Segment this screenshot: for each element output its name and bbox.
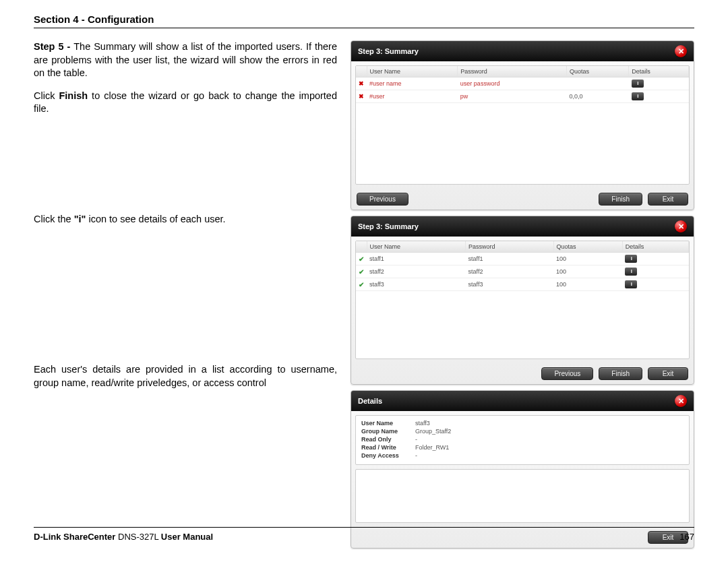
summary-panel-ok: Step 3: Summary ✕ User Name Password Quo… xyxy=(351,216,694,385)
right-column: Step 3: Summary ✕ User Name Password Quo… xyxy=(351,40,694,554)
panel2-title: Step 3: Summary xyxy=(358,222,419,230)
finish-button[interactable]: Finish xyxy=(599,193,642,206)
details-value: Folder_RW1 xyxy=(415,444,449,451)
col-username: User Name xyxy=(367,66,458,77)
details-row: Read Only- xyxy=(361,436,684,443)
details-row: Read / WriteFolder_RW1 xyxy=(361,444,684,451)
page-header: Section 4 - Configuration xyxy=(34,13,694,28)
check-icon: ✔ xyxy=(359,255,364,263)
close-icon[interactable]: ✕ xyxy=(675,395,687,407)
previous-button[interactable]: Previous xyxy=(357,193,408,206)
i-word: "i" xyxy=(74,214,86,224)
exit-button[interactable]: Exit xyxy=(648,193,688,206)
error-icon: ✖ xyxy=(359,80,364,87)
cell-username: #user name xyxy=(367,77,458,90)
col-username: User Name xyxy=(367,241,466,253)
details-value: Group_Staff2 xyxy=(415,428,451,435)
error-icon: ✖ xyxy=(359,93,364,100)
cell-details: i xyxy=(629,77,689,90)
info-icon[interactable]: i xyxy=(625,280,637,288)
details-body: User Namestaff3Group NameGroup_Staff2Rea… xyxy=(355,415,690,465)
cell-details: i xyxy=(622,278,688,291)
i-icon-paragraph: Click the "i" icon to see details of eac… xyxy=(34,213,337,226)
step5-paragraph: Step 5 - The Summary will show a list of… xyxy=(34,40,337,80)
cell-quota: 100 xyxy=(553,266,622,278)
details-panel: Details ✕ User Namestaff3Group NameGroup… xyxy=(351,390,694,549)
col-password: Password xyxy=(466,241,553,253)
cell-details: i xyxy=(629,90,689,103)
details-key: Read / Write xyxy=(361,444,415,451)
details-key: Group Name xyxy=(361,428,415,435)
cell-quota: 0,0,0 xyxy=(566,90,628,103)
details-row: Group NameGroup_Staff2 xyxy=(361,428,684,435)
details-key: Read Only xyxy=(361,436,415,443)
section-title: Section 4 - Configuration xyxy=(34,13,154,25)
finish-word: Finish xyxy=(59,90,88,101)
info-icon[interactable]: i xyxy=(625,268,637,276)
panel1-table-box: User Name Password Quotas Details ✖#user… xyxy=(355,65,690,185)
page-number: 167 xyxy=(679,532,694,542)
cell-username: staff2 xyxy=(367,266,466,278)
summary-panel-errors: Step 3: Summary ✕ User Name Password Quo… xyxy=(351,40,694,210)
table-row: ✖#userpw0,0,0i xyxy=(356,90,689,103)
cell-password: staff3 xyxy=(466,278,553,291)
cell-password: staff2 xyxy=(466,266,553,278)
close-icon[interactable]: ✕ xyxy=(675,220,687,232)
details-key: Deny Access xyxy=(361,452,415,459)
step5-text: The Summary will show a list of the impo… xyxy=(34,41,337,78)
page-footer: D-Link ShareCenter DNS-327L User Manual … xyxy=(34,527,694,542)
cell-password: pw xyxy=(458,90,567,103)
details-value: - xyxy=(415,436,417,443)
cell-quota: 100 xyxy=(553,278,622,291)
cell-password: staff1 xyxy=(466,253,553,266)
cell-username: staff3 xyxy=(367,278,466,291)
summary-table-ok: User Name Password Quotas Details ✔staff… xyxy=(356,241,689,291)
info-icon[interactable]: i xyxy=(625,255,637,263)
info-icon[interactable]: i xyxy=(632,80,644,88)
panel1-title: Step 3: Summary xyxy=(358,47,419,55)
previous-button[interactable]: Previous xyxy=(541,367,593,380)
cell-details: i xyxy=(622,266,688,278)
step5-label: Step 5 - xyxy=(34,41,73,52)
cell-quota xyxy=(566,77,628,90)
content-area: Step 5 - The Summary will show a list of… xyxy=(34,40,694,554)
left-column: Step 5 - The Summary will show a list of… xyxy=(34,40,351,554)
check-icon: ✔ xyxy=(359,268,364,276)
col-quotas: Quotas xyxy=(566,66,628,77)
table-row: ✖#user nameuser passwordi xyxy=(356,77,689,90)
table-row: ✔staff1staff1100i xyxy=(356,253,689,266)
close-icon[interactable]: ✕ xyxy=(675,45,687,57)
panel2-buttons: Previous Finish Exit xyxy=(351,363,694,384)
finish-paragraph: Click Finish to close the wizard or go b… xyxy=(34,90,337,116)
table-row: ✔staff3staff3100i xyxy=(356,278,689,291)
details-value: - xyxy=(415,452,417,459)
panel2-table-box: User Name Password Quotas Details ✔staff… xyxy=(355,241,690,359)
panel-title-bar: Step 3: Summary ✕ xyxy=(351,216,694,237)
cell-username: staff1 xyxy=(367,253,466,266)
blank-area xyxy=(355,469,690,523)
cell-quota: 100 xyxy=(553,253,622,266)
panel3-title: Details xyxy=(358,397,382,405)
col-password: Password xyxy=(458,66,567,77)
summary-table-errors: User Name Password Quotas Details ✖#user… xyxy=(356,66,689,103)
panel-title-bar: Details ✕ xyxy=(351,391,694,411)
details-paragraph: Each user's details are provided in a li… xyxy=(34,363,337,389)
col-details: Details xyxy=(629,66,689,77)
details-value: staff3 xyxy=(415,420,430,427)
details-key: User Name xyxy=(361,420,415,427)
cell-username: #user xyxy=(367,90,458,103)
cell-password: user password xyxy=(458,77,567,90)
col-quotas: Quotas xyxy=(553,241,622,253)
finish-button[interactable]: Finish xyxy=(599,367,642,380)
panel-title-bar: Step 3: Summary ✕ xyxy=(351,41,694,61)
info-icon[interactable]: i xyxy=(632,92,644,100)
exit-button[interactable]: Exit xyxy=(648,367,688,380)
col-details: Details xyxy=(622,241,688,253)
details-row: User Namestaff3 xyxy=(361,420,684,427)
cell-details: i xyxy=(622,253,688,266)
footer-product: D-Link ShareCenter DNS-327L User Manual xyxy=(34,532,213,542)
check-icon: ✔ xyxy=(359,281,364,288)
table-row: ✔staff2staff2100i xyxy=(356,266,689,278)
details-row: Deny Access- xyxy=(361,452,684,459)
panel1-buttons: Previous Finish Exit xyxy=(351,189,694,210)
